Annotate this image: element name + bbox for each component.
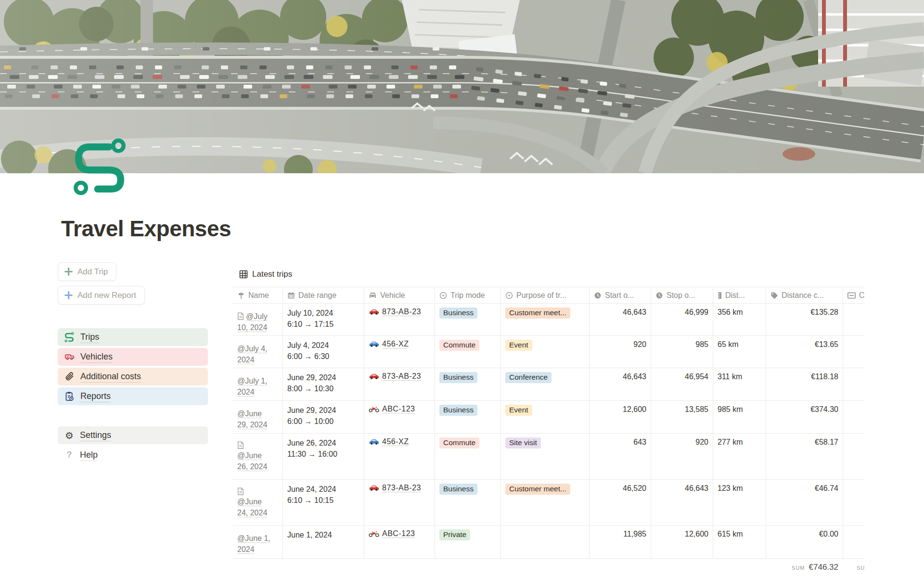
vehicle-link[interactable]: 873-AB-23 (382, 308, 421, 316)
vehicle-cell[interactable]: 456-XZ (364, 336, 435, 368)
costs-cell[interactable] (843, 434, 865, 479)
date-range-cell[interactable]: June 29, 20248:00 → 10:30 (283, 368, 364, 400)
purpose-chip[interactable]: Site visit (505, 437, 541, 449)
start-odometer-cell[interactable]: 46,643 (590, 304, 651, 335)
distance-cost-cell[interactable]: €374.30 (766, 401, 843, 433)
purpose-chip[interactable]: Event (505, 340, 532, 351)
name-cell[interactable]: @June 1, 2024 (233, 526, 283, 558)
start-odometer-cell[interactable]: 12,600 (590, 401, 651, 433)
distance-cost-sum[interactable]: SUM€746.32 (233, 563, 843, 572)
trip-mode-chip[interactable]: Business (439, 405, 477, 416)
distance-cell[interactable]: 277 km (713, 434, 766, 479)
purpose-cell[interactable]: Event (501, 336, 590, 368)
trip-mode-cell[interactable]: Commute (435, 434, 501, 479)
date-mention-link[interactable]: @June 29, 2024 (237, 410, 267, 429)
vehicle-link[interactable]: ABC-123 (382, 529, 415, 538)
purpose-cell[interactable]: Event (501, 401, 590, 433)
trip-mode-cell[interactable]: Commute (435, 336, 501, 368)
distance-cost-cell[interactable]: €58.17 (766, 434, 843, 479)
date-range-cell[interactable]: June 1, 2024 (283, 526, 364, 558)
date-mention-link[interactable]: @July 4, 2024 (237, 345, 267, 364)
sidebar-item-help[interactable]: ? Help (58, 446, 208, 464)
vehicle-cell[interactable]: ABC-123 (364, 401, 435, 433)
date-mention-link[interactable]: @June 24, 2024 (237, 498, 267, 517)
trip-mode-cell[interactable]: Business (435, 304, 501, 335)
vehicle-link[interactable]: 873-AB-23 (382, 372, 421, 381)
start-odometer-cell[interactable]: 46,643 (590, 368, 651, 400)
stop-odometer-cell[interactable]: 985 (651, 336, 713, 368)
distance-cost-cell[interactable]: €118.18 (766, 368, 843, 400)
costs-cell[interactable] (843, 368, 865, 400)
trip-mode-cell[interactable]: Business (435, 480, 501, 525)
trip-mode-chip[interactable]: Business (439, 308, 477, 319)
costs-cell[interactable] (843, 401, 865, 433)
purpose-cell[interactable]: Customer meet... (501, 304, 590, 335)
costs-cell[interactable] (843, 304, 865, 335)
stop-odometer-cell[interactable]: 13,585 (651, 401, 713, 433)
column-header-start-odometer[interactable]: Start o... (590, 287, 651, 303)
date-range-cell[interactable]: July 10, 20246:10 → 17:15 (283, 304, 364, 335)
trip-mode-chip[interactable]: Commute (439, 340, 479, 351)
column-header-distance[interactable]: Dist... (713, 287, 766, 303)
sidebar-item-additional-costs[interactable]: Additional costs (58, 368, 208, 385)
purpose-chip[interactable]: Customer meet... (505, 308, 570, 319)
table-summary-row[interactable]: SUM€746.32 SUM (233, 559, 865, 576)
stop-odometer-cell[interactable]: 46,954 (651, 368, 713, 400)
start-odometer-cell[interactable]: 920 (590, 336, 651, 368)
column-header-costs[interactable]: C (843, 287, 865, 303)
costs-sum[interactable]: SUM (857, 563, 865, 572)
sidebar-item-trips[interactable]: Trips (58, 328, 208, 346)
stop-odometer-cell[interactable]: 920 (651, 434, 713, 479)
vehicle-link[interactable]: 456-XZ (382, 437, 409, 446)
distance-cell[interactable]: 123 km (713, 480, 766, 525)
distance-cost-cell[interactable]: €135.28 (766, 304, 843, 335)
date-range-cell[interactable]: June 26, 202411:30 → 16:00 (283, 434, 364, 479)
start-odometer-cell[interactable]: 46,520 (590, 480, 651, 525)
costs-cell[interactable] (843, 336, 865, 368)
table-view-header[interactable]: Latest trips (239, 268, 924, 281)
purpose-chip[interactable]: Event (505, 405, 532, 416)
purpose-chip[interactable]: Conference (505, 372, 552, 383)
purpose-cell[interactable] (501, 526, 590, 558)
stop-odometer-cell[interactable]: 46,643 (651, 480, 713, 525)
name-cell[interactable]: @June 29, 2024 (233, 401, 283, 433)
distance-cost-cell[interactable]: €46.74 (766, 480, 843, 525)
column-header-trip-mode[interactable]: Trip mode (435, 287, 501, 303)
column-header-vehicle[interactable]: Vehicle (364, 287, 435, 303)
costs-cell[interactable] (843, 526, 865, 558)
date-mention-link[interactable]: @June 1, 2024 (237, 534, 270, 554)
sidebar-item-vehicles[interactable]: Vehicles (58, 348, 208, 366)
sidebar-item-settings[interactable]: ⚙ Settings (58, 426, 208, 444)
date-range-cell[interactable]: July 4, 20246:00 → 6:30 (283, 336, 364, 368)
distance-cell[interactable]: 615 km (713, 526, 766, 558)
purpose-cell[interactable]: Site visit (501, 434, 590, 479)
vehicle-cell[interactable]: 456-XZ (364, 434, 435, 479)
vehicle-link[interactable]: 456-XZ (382, 340, 409, 348)
vehicle-cell[interactable]: ABC-123 (364, 526, 435, 558)
column-header-distance-cost[interactable]: Distance c... (766, 287, 843, 303)
costs-cell[interactable] (843, 480, 865, 525)
sidebar-item-reports[interactable]: Reports (58, 387, 208, 405)
distance-cell[interactable]: 985 km (713, 401, 766, 433)
trip-mode-chip[interactable]: Business (439, 484, 477, 495)
name-cell[interactable]: @July 1, 2024 (233, 368, 283, 400)
add-trip-button[interactable]: Add Trip (58, 262, 116, 281)
column-header-date-range[interactable]: Date range (283, 287, 364, 303)
start-odometer-cell[interactable]: 11,985 (590, 526, 651, 558)
name-cell[interactable]: @June 24, 2024 (233, 480, 283, 525)
name-cell[interactable]: @June 26, 2024 (233, 434, 283, 479)
trip-mode-chip[interactable]: Business (439, 372, 477, 383)
vehicle-cell[interactable]: 873-AB-23 (364, 480, 435, 525)
vehicle-cell[interactable]: 873-AB-23 (364, 304, 435, 335)
add-new-report-button[interactable]: Add new Report (58, 286, 145, 305)
trip-mode-chip[interactable]: Private (439, 529, 470, 540)
purpose-cell[interactable]: Conference (501, 368, 590, 400)
vehicle-link[interactable]: ABC-123 (382, 405, 415, 413)
vehicle-cell[interactable]: 873-AB-23 (364, 368, 435, 400)
distance-cell[interactable]: 65 km (713, 336, 766, 368)
trip-mode-cell[interactable]: Private (435, 526, 501, 558)
distance-cost-cell[interactable]: €13.65 (766, 336, 843, 368)
column-header-name[interactable]: Name (233, 287, 283, 303)
purpose-chip[interactable]: Customer meet... (505, 484, 570, 495)
trip-mode-cell[interactable]: Business (435, 368, 501, 400)
